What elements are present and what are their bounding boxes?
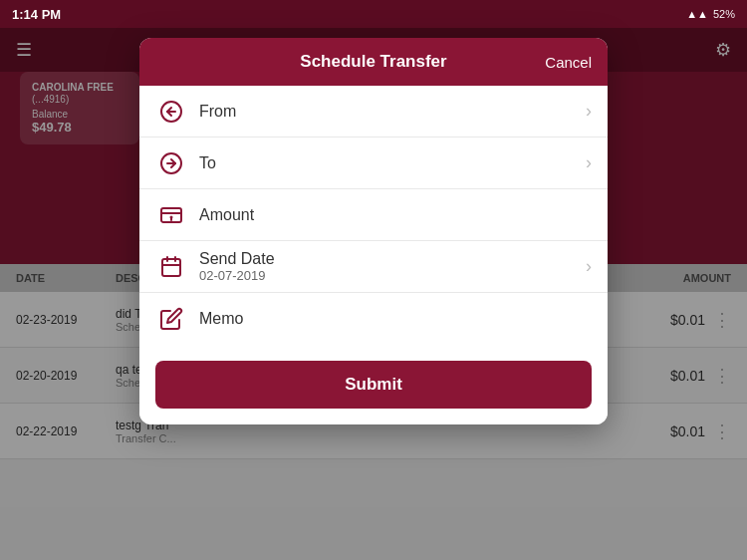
- submit-button[interactable]: Submit: [155, 361, 592, 409]
- memo-row[interactable]: Memo: [139, 293, 608, 345]
- modal-body: From › To ›: [139, 86, 608, 345]
- send-date-row[interactable]: Send Date 02-07-2019 ›: [139, 241, 608, 293]
- amount-row[interactable]: Amount: [139, 189, 608, 241]
- svg-rect-8: [162, 259, 180, 276]
- amount-icon: [155, 199, 187, 231]
- memo-label: Memo: [199, 310, 592, 328]
- from-label: From: [199, 103, 578, 121]
- modal-title: Schedule Transfer: [300, 52, 446, 72]
- send-date-chevron-icon: ›: [586, 256, 592, 277]
- schedule-transfer-modal: Schedule Transfer Cancel From ›: [139, 38, 608, 424]
- amount-label: Amount: [199, 206, 592, 224]
- memo-icon: [155, 303, 187, 335]
- to-icon: [155, 147, 187, 179]
- to-row[interactable]: To ›: [139, 138, 608, 189]
- status-bar: 1:14 PM ▲▲ 52%: [0, 0, 747, 28]
- send-date-label: Send Date: [199, 250, 578, 268]
- from-chevron-icon: ›: [586, 101, 592, 122]
- send-date-value: 02-07-2019: [199, 268, 578, 283]
- from-row[interactable]: From ›: [139, 86, 608, 138]
- battery-icon: 52%: [713, 8, 735, 20]
- from-icon: [155, 96, 187, 128]
- status-time: 1:14 PM: [12, 7, 61, 22]
- cancel-button[interactable]: Cancel: [545, 54, 592, 71]
- modal-footer: Submit: [139, 345, 608, 424]
- wifi-icon: ▲▲: [686, 8, 708, 20]
- calendar-icon: [155, 251, 187, 283]
- to-chevron-icon: ›: [586, 152, 592, 173]
- to-label: To: [199, 154, 578, 172]
- modal-header: Schedule Transfer Cancel: [139, 38, 608, 86]
- svg-point-7: [171, 216, 172, 217]
- send-date-label-group: Send Date 02-07-2019: [199, 250, 578, 283]
- status-icons: ▲▲ 52%: [686, 8, 735, 20]
